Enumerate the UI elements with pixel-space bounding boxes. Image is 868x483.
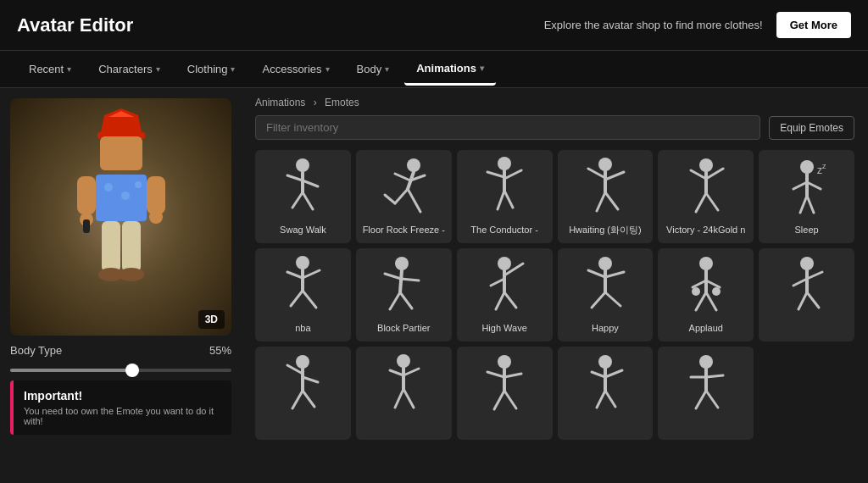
svg-line-119 xyxy=(597,391,605,408)
emote-card[interactable]: Block Partier xyxy=(356,248,452,341)
svg-line-105 xyxy=(390,370,403,375)
emote-card[interactable]: Swag Walk xyxy=(255,150,351,243)
svg-point-109 xyxy=(498,355,511,369)
svg-line-64 xyxy=(303,291,316,308)
emote-icon xyxy=(273,253,332,317)
emote-label: Sleep xyxy=(795,224,819,236)
svg-line-73 xyxy=(491,279,504,286)
emote-label: High Wave xyxy=(481,322,526,334)
nav-label-recent: Recent xyxy=(29,63,64,75)
emote-card[interactable]: Happy xyxy=(558,248,654,341)
equip-emotes-button[interactable]: Equip Emotes xyxy=(769,116,854,140)
breadcrumb-child: Emotes xyxy=(325,97,359,108)
svg-line-94 xyxy=(807,272,822,279)
nav-item-clothing[interactable]: Clothing ▾ xyxy=(175,54,248,84)
chevron-down-icon: ▾ xyxy=(480,64,484,73)
nav-item-accessories[interactable]: Accessories ▾ xyxy=(250,54,341,84)
svg-line-76 xyxy=(504,292,516,308)
svg-line-80 xyxy=(605,272,624,277)
emote-card[interactable] xyxy=(255,347,351,440)
svg-line-54 xyxy=(807,182,821,189)
important-notice: Important! You need too own the Emote yo… xyxy=(10,380,231,435)
avatar-character xyxy=(45,107,198,327)
emote-card[interactable]: High Wave xyxy=(457,248,553,341)
svg-line-108 xyxy=(403,389,414,408)
svg-line-95 xyxy=(798,292,807,309)
svg-point-91 xyxy=(800,257,814,270)
svg-point-51 xyxy=(800,160,814,174)
body-type-slider-thumb[interactable] xyxy=(125,364,139,377)
emote-icon xyxy=(576,155,635,219)
svg-line-118 xyxy=(605,370,622,377)
emote-card[interactable]: Hwaiting (화이팅) xyxy=(558,150,654,243)
svg-line-28 xyxy=(395,174,410,180)
svg-line-25 xyxy=(303,192,313,209)
svg-line-36 xyxy=(504,170,521,179)
svg-line-55 xyxy=(800,196,807,213)
nav-label-clothing: Clothing xyxy=(187,63,228,75)
svg-line-63 xyxy=(291,291,303,306)
emote-card[interactable] xyxy=(759,248,854,341)
svg-line-69 xyxy=(390,292,400,309)
svg-line-53 xyxy=(793,182,807,189)
svg-point-33 xyxy=(498,157,511,170)
emote-label: Block Partier xyxy=(377,322,430,334)
get-more-button[interactable]: Get More xyxy=(776,12,851,38)
nav-item-animations[interactable]: Animations ▾ xyxy=(404,53,496,86)
left-panel: 3D Body Type 55% Important! You need too… xyxy=(0,88,242,483)
svg-line-106 xyxy=(403,369,419,375)
emote-card[interactable]: The Conductor - xyxy=(457,150,553,243)
svg-line-22 xyxy=(287,175,303,180)
svg-rect-12 xyxy=(147,176,165,214)
svg-line-81 xyxy=(592,292,605,308)
three-d-badge: 3D xyxy=(198,310,225,329)
svg-line-68 xyxy=(401,279,419,280)
svg-rect-16 xyxy=(102,221,120,272)
nav-item-body[interactable]: Body ▾ xyxy=(345,54,402,84)
body-type-slider-fill xyxy=(10,369,132,372)
emote-card[interactable] xyxy=(558,347,654,440)
main-nav: Recent ▾ Characters ▾ Clothing ▾ Accesso… xyxy=(0,51,868,88)
svg-point-39 xyxy=(598,158,612,171)
svg-line-126 xyxy=(706,391,718,408)
svg-line-42 xyxy=(605,172,624,180)
svg-point-77 xyxy=(598,257,612,270)
svg-line-24 xyxy=(292,192,303,208)
svg-line-114 xyxy=(504,391,516,408)
svg-line-61 xyxy=(287,272,303,278)
svg-line-44 xyxy=(605,192,618,209)
nav-item-recent[interactable]: Recent ▾ xyxy=(17,54,83,84)
emote-card[interactable]: Applaud xyxy=(658,248,754,341)
emote-icon xyxy=(374,253,433,317)
emote-card[interactable]: Floor Rock Freeze - xyxy=(356,150,452,243)
svg-point-83 xyxy=(699,257,713,270)
emote-card[interactable] xyxy=(356,347,452,440)
filter-input[interactable] xyxy=(255,115,760,140)
emote-card[interactable] xyxy=(658,347,754,440)
emote-card[interactable]: Victory - 24kGold n xyxy=(658,150,754,243)
svg-line-30 xyxy=(395,189,408,203)
header: Avatar Editor Explore the avatar shop to… xyxy=(0,0,868,51)
chevron-down-icon: ▾ xyxy=(231,64,235,74)
svg-point-45 xyxy=(699,158,713,172)
nav-item-characters[interactable]: Characters ▾ xyxy=(86,54,172,84)
header-promo: Explore the avatar shop to find more clo… xyxy=(544,19,763,31)
svg-line-111 xyxy=(487,372,504,377)
important-title: Important! xyxy=(24,389,221,402)
emote-card[interactable]: nba xyxy=(255,248,351,341)
svg-line-113 xyxy=(494,391,504,409)
emote-card[interactable]: z z Sleep xyxy=(759,150,854,243)
emote-icon xyxy=(475,253,534,317)
body-type-label: Body Type xyxy=(10,344,62,357)
right-panel: Animations › Emotes Equip Emotes Swag Wa… xyxy=(242,88,868,483)
breadcrumb-separator: › xyxy=(314,97,320,108)
svg-point-97 xyxy=(296,355,309,369)
breadcrumb: Animations › Emotes xyxy=(255,97,854,108)
svg-point-103 xyxy=(397,354,410,368)
svg-line-96 xyxy=(807,292,819,308)
nav-label-animations: Animations xyxy=(416,62,476,75)
emote-card[interactable] xyxy=(457,347,553,440)
svg-point-20 xyxy=(296,158,309,172)
emote-label: Swag Walk xyxy=(280,224,326,236)
svg-point-87 xyxy=(692,287,700,296)
